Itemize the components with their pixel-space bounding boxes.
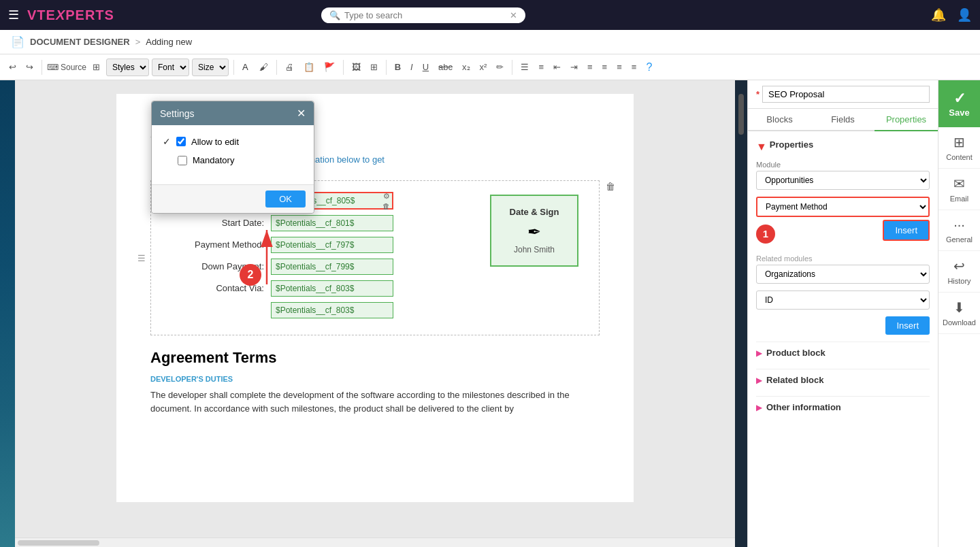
- right-properties-panel: * Blocks Fields Properties ▼ Properties …: [747, 80, 938, 547]
- payment-field[interactable]: $Potentials__cf_797$: [271, 237, 393, 253]
- table-button[interactable]: ⊞: [367, 60, 381, 74]
- panel-title-row: *: [748, 80, 938, 109]
- vertical-scrollbar-thumb[interactable]: [738, 94, 744, 135]
- drag-handle-icon[interactable]: ☰: [137, 252, 146, 263]
- startdate-label: Start Date:: [162, 218, 271, 228]
- undo-button[interactable]: ↩: [5, 60, 20, 74]
- history-icon: ↩: [953, 258, 965, 274]
- breadcrumb-section[interactable]: DOCUMENT DESIGNER: [30, 37, 130, 47]
- horizontal-scrollbar[interactable]: [15, 537, 735, 547]
- allow-to-edit-checkbox[interactable]: [176, 137, 186, 146]
- user-profile-icon[interactable]: 👤: [957, 7, 972, 22]
- related-modules-label: Related modules: [756, 254, 930, 263]
- highlight-button[interactable]: 🖌: [256, 60, 272, 74]
- tab-fields[interactable]: Fields: [811, 109, 875, 130]
- mandatory-row: Mandatory: [163, 155, 303, 165]
- top-navigation: ☰ VTEXPERTS 🔍 ✕ 🔔 👤: [0, 0, 980, 30]
- related-block-header[interactable]: ▶ Related block: [756, 369, 930, 391]
- content-label: Content: [946, 153, 973, 161]
- insert-row-2: Insert: [756, 316, 930, 342]
- other-information-header[interactable]: ▶ Other information: [756, 396, 930, 418]
- contactvia-field[interactable]: $Potentials__cf_803$: [271, 280, 393, 297]
- history-panel-item[interactable]: ↩ History: [938, 251, 980, 293]
- clear-search-icon[interactable]: ✕: [510, 10, 517, 20]
- general-icon: ···: [953, 217, 965, 233]
- general-panel-item[interactable]: ··· General: [938, 210, 980, 251]
- extra-field[interactable]: $Potentials__cf_803$: [271, 302, 393, 318]
- form-row-contactvia: Contact Via: $Potentials__cf_803$: [162, 280, 588, 297]
- content-panel-item[interactable]: ⊞ Content: [938, 127, 980, 169]
- id-select[interactable]: ID: [756, 291, 930, 310]
- styles-select[interactable]: Styles: [106, 59, 149, 76]
- save-button[interactable]: ✓ Save: [938, 80, 980, 127]
- insert-related-button[interactable]: Insert: [885, 316, 930, 335]
- dialog-close-button[interactable]: ✕: [297, 107, 306, 120]
- image-button[interactable]: 🖼: [348, 60, 364, 74]
- align-center-button[interactable]: ≡: [599, 60, 611, 74]
- superscript-button[interactable]: x²: [476, 60, 491, 74]
- insert-field-button[interactable]: Insert: [883, 220, 930, 241]
- underline-button[interactable]: U: [419, 60, 432, 74]
- hamburger-menu[interactable]: ☰: [8, 7, 19, 22]
- outdent-button[interactable]: ⇤: [550, 60, 564, 74]
- search-bar[interactable]: 🔍 ✕: [321, 7, 525, 23]
- email-panel-item[interactable]: ✉ Email: [938, 169, 980, 210]
- agreement-heading: Agreement Terms: [150, 349, 600, 367]
- field-settings-icon[interactable]: ⚙: [382, 190, 391, 201]
- field-select-box: Payment Method: [756, 197, 930, 217]
- main-layout: Accept & Sign Please take the time and f…: [0, 80, 980, 547]
- bold-button[interactable]: B: [391, 60, 404, 74]
- align-justify-button[interactable]: ≡: [628, 60, 640, 74]
- source-icon: ⌨: [47, 63, 59, 72]
- sign-pen-icon: ✒: [505, 222, 564, 242]
- source-button[interactable]: ⌨ Source: [47, 63, 86, 72]
- redo-button[interactable]: ↪: [22, 60, 37, 74]
- document-title-input[interactable]: [762, 86, 930, 103]
- align-right-button[interactable]: ≡: [613, 60, 625, 74]
- paste-button[interactable]: 📋: [300, 60, 318, 74]
- field-select[interactable]: Payment Method: [757, 198, 928, 216]
- font-select[interactable]: Font: [152, 59, 189, 76]
- subscript-button[interactable]: x₂: [459, 60, 474, 74]
- notifications-icon[interactable]: 🔔: [931, 7, 946, 22]
- strikethrough-button[interactable]: abc: [435, 60, 456, 74]
- print-button[interactable]: 🖨: [282, 60, 297, 74]
- font-color-button[interactable]: A: [239, 60, 253, 74]
- dialog-body: ✓ Allow to edit Mandatory: [152, 125, 314, 184]
- size-select[interactable]: Size: [192, 59, 229, 76]
- align-left-button[interactable]: ≡: [584, 60, 596, 74]
- organizations-select[interactable]: Organizations: [756, 265, 930, 284]
- editor-area[interactable]: Accept & Sign Please take the time and f…: [15, 80, 735, 547]
- ok-button[interactable]: OK: [265, 190, 306, 208]
- sign-block[interactable]: Date & Sign ✒ John Smith: [490, 195, 578, 267]
- download-label: Download: [943, 318, 976, 327]
- startdate-field[interactable]: $Potentials__cf_801$: [271, 215, 393, 231]
- tab-properties[interactable]: Properties: [875, 109, 938, 131]
- list-ordered-button[interactable]: ≡: [535, 60, 547, 74]
- help-button[interactable]: ?: [642, 59, 655, 76]
- search-input[interactable]: [344, 10, 506, 20]
- form-row-extra: $Potentials__cf_803$: [162, 302, 588, 318]
- scrollbar-thumb[interactable]: [18, 540, 99, 546]
- field-delete-icon[interactable]: 🗑: [382, 201, 391, 210]
- erase-button[interactable]: ✏: [493, 60, 507, 74]
- mandatory-label: Mandatory: [193, 155, 234, 165]
- list-unordered-button[interactable]: ☰: [517, 60, 532, 74]
- vertical-scroll-area[interactable]: [735, 80, 747, 547]
- tab-blocks[interactable]: Blocks: [748, 109, 811, 130]
- download-panel-item[interactable]: ⬇ Download: [938, 293, 980, 334]
- module-select[interactable]: Opportunities: [756, 171, 930, 190]
- mandatory-checkbox[interactable]: [178, 156, 187, 165]
- product-block-section: ▶ Product block: [756, 342, 930, 363]
- maximize-button[interactable]: ⊞: [89, 60, 103, 74]
- section-delete-button[interactable]: 🗑: [606, 181, 615, 192]
- breadcrumb-bar: 📄 DOCUMENT DESIGNER > Adding new: [0, 30, 980, 54]
- italic-button[interactable]: I: [407, 60, 416, 74]
- collapse-arrow-icon[interactable]: ▼: [756, 141, 767, 153]
- flag-button[interactable]: 🚩: [321, 60, 338, 74]
- downpayment-field[interactable]: $Potentials__cf_799$: [271, 259, 393, 275]
- properties-heading-row: ▼ Properties: [756, 139, 930, 154]
- product-block-header[interactable]: ▶ Product block: [756, 342, 930, 363]
- indent-button[interactable]: ⇥: [567, 60, 581, 74]
- related-block-arrow-icon: ▶: [756, 376, 762, 385]
